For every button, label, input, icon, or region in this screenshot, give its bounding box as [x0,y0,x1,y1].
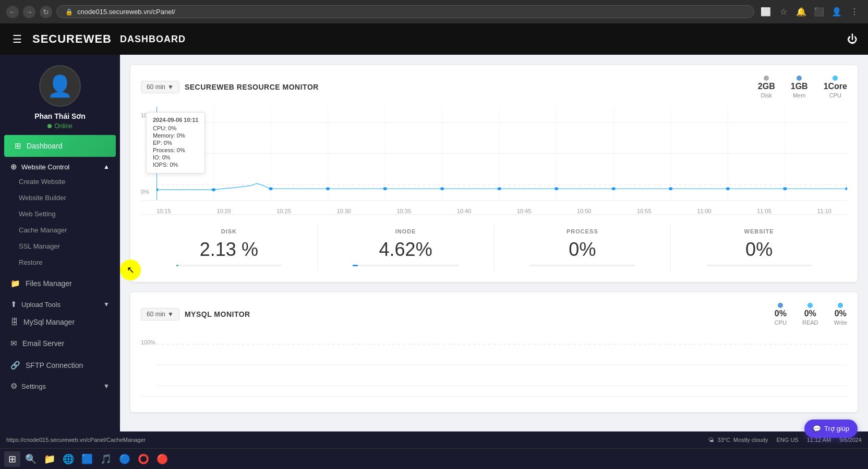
sidebar-item-create-website[interactable]: Create Website [0,174,120,190]
taskbar-app2[interactable]: 🎵 [98,451,114,467]
legend-mem-dot [797,76,802,81]
stat-website-bar [706,265,812,266]
bookmark-button[interactable]: ☆ [776,5,791,19]
sidebar-item-ssl-manager[interactable]: SSL Manager [0,238,120,254]
legend-mysql-read-label: READ [802,319,818,326]
upload-tools-chevron: ▼ [103,301,110,308]
legend-mysql-cpu: 0% CPU [775,303,787,326]
mysql-chart-svg [156,334,847,396]
stat-process: PROCESS 0% [495,223,671,271]
website-control-chevron: ▲ [103,163,110,170]
forward-button[interactable]: → [23,6,35,18]
browser-chrome: ← → ↻ 🔒 cnode015.secureweb.vn/cPanel/ ⬜ … [0,0,868,23]
refresh-button[interactable]: ↻ [40,6,52,18]
status-bar: https://cnode015.secureweb.vn/cPanel/Cac… [0,431,868,448]
stat-disk-bar [176,265,282,266]
svg-point-21 [554,187,558,190]
hamburger-button[interactable]: ☰ [10,31,24,47]
sftp-icon: 🔗 [10,361,20,370]
taskbar: ⊞ 🔍 📁 🌐 🟦 🎵 🔵 ⭕ 🔴 [0,448,868,469]
help-button[interactable]: 💬 Trợ giúp [804,419,858,438]
taskbar-app5[interactable]: 🔴 [154,451,171,467]
svg-point-23 [669,187,672,190]
taskbar-edge[interactable]: 🌐 [60,451,77,467]
lock-icon: 🔒 [65,8,73,16]
sidebar-item-website-builder[interactable]: Website Builder [0,190,120,206]
nav-left: ☰ SECUREWEB DASHBOARD [10,31,186,47]
legend-mysql-cpu-label: CPU [775,319,787,326]
sidebar-label-email-server: Email Server [22,339,64,348]
legend-mysql-read: 0% READ [802,303,818,326]
sidebar-item-dashboard[interactable]: ⊞ Dashboard [4,135,116,157]
sidebar-item-files-manager[interactable]: 📁 Files Manager [0,273,120,294]
taskbar-app3[interactable]: 🔵 [116,451,133,467]
taskbar-app1[interactable]: 🟦 [79,451,95,467]
status-url: https://cnode015.secureweb.vn/cPanel/Cac… [6,437,700,443]
cast-button[interactable]: ⬜ [758,5,773,19]
svg-point-22 [612,187,616,190]
sidebar-item-web-setting[interactable]: Web Setting [0,206,120,222]
taskbar-files[interactable]: 📁 [41,451,58,467]
legend-disk-dot [764,76,769,81]
sidebar-item-restore[interactable]: Restore [0,254,120,270]
sidebar-item-mysql-manager[interactable]: 🗄 MySql Manager [0,311,120,332]
mysql-chart-legend: 0% CPU 0% READ 0% Write [775,303,847,326]
legend-mysql-write-dot [838,303,843,308]
legend-mem-value: 1GB [791,82,808,91]
stat-inode-bar-fill [353,265,358,266]
tooltip-ep: EP: 0% [153,140,198,146]
dashboard-icon: ⊞ [15,141,21,151]
svg-point-18 [383,187,387,190]
extensions-button[interactable]: ⬛ [812,5,826,19]
sidebar-label-upload-tools: Upload Tools [21,301,61,308]
mysql-time-chevron: ▼ [167,311,174,318]
status-text: Online [54,122,73,130]
stat-inode-value: 4.62% [379,239,432,261]
sidebar-item-cache-manager[interactable]: Cache Manager [0,222,120,238]
alert-button[interactable]: 🔔 [794,5,809,19]
resource-monitor-title: SECUREWEB RESOURCE MONITOR [185,83,319,91]
back-button[interactable]: ← [6,6,19,18]
weather-info: 🌤 33°C Mostly cloudy [708,437,768,443]
taskbar-search[interactable]: 🔍 [22,451,39,467]
sidebar-label-sftp-connection: SFTP Connection [26,361,83,369]
sidebar-label-files-manager: Files Manager [26,279,72,288]
brand-logo: SECUREWEB [32,32,112,46]
sidebar-item-email-server[interactable]: ✉ Email Server [0,332,120,354]
restore-label: Restore [19,258,43,266]
resource-chart-legend: 2GB Disk 1GB Mem 1Core CPU [758,76,847,98]
legend-mem-label: Mem [793,92,805,98]
resource-chart-container: 100% 0% 2024-09-06 10:11 CPU: 0% Memory:… [141,107,847,201]
app-wrapper: ☰ SECUREWEB DASHBOARD ⏻ 👤 Phan Thái Sơn … [0,23,868,431]
legend-mysql-write-value: 0% [835,309,847,318]
cache-manager-label: Cache Manager [19,226,67,234]
user-name: Phan Thái Sơn [34,112,86,120]
sidebar-section-settings[interactable]: ⚙ Settings ▼ [0,376,120,393]
sidebar-section-website-control[interactable]: ⊕ Website Control ▲ [0,157,120,174]
legend-mem: 1GB Mem [791,76,808,98]
resource-time-selector[interactable]: 60 min ▼ [141,81,179,93]
sidebar-label-settings: Settings [21,382,46,390]
mysql-monitor-header: 60 min ▼ MYSQL MONITOR 0% CPU 0% [141,303,847,326]
stat-website: WEBSITE 0% [671,223,847,271]
settings-chevron: ▼ [103,382,110,390]
content-area: 60 min ▼ SECUREWEB RESOURCE MONITOR 2GB … [120,55,868,431]
legend-mysql-cpu-dot [778,303,783,308]
browser-actions: ⬜ ☆ 🔔 ⬛ 👤 ⋮ [758,5,862,19]
web-setting-label: Web Setting [19,210,56,218]
power-button[interactable]: ⏻ [847,33,858,45]
sidebar-item-sftp-connection[interactable]: 🔗 SFTP Connection [0,354,120,376]
ssl-manager-label: SSL Manager [19,242,60,250]
url-bar[interactable]: 🔒 cnode015.secureweb.vn/cPanel/ [56,5,754,18]
taskbar-app4[interactable]: ⭕ [135,451,152,467]
start-button[interactable]: ⊞ [4,451,20,467]
mysql-time-selector[interactable]: 60 min ▼ [141,308,179,320]
sidebar-section-upload-tools[interactable]: ⬆ Upload Tools ▼ [0,294,120,311]
create-website-label: Create Website [19,178,65,186]
menu-button[interactable]: ⋮ [847,5,862,19]
email-icon: ✉ [10,339,17,348]
profile-button[interactable]: 👤 [829,5,844,19]
mysql-monitor-title: MYSQL MONITOR [185,310,250,318]
avatar: 👤 [39,65,81,107]
mysql-icon: 🗄 [10,317,18,326]
